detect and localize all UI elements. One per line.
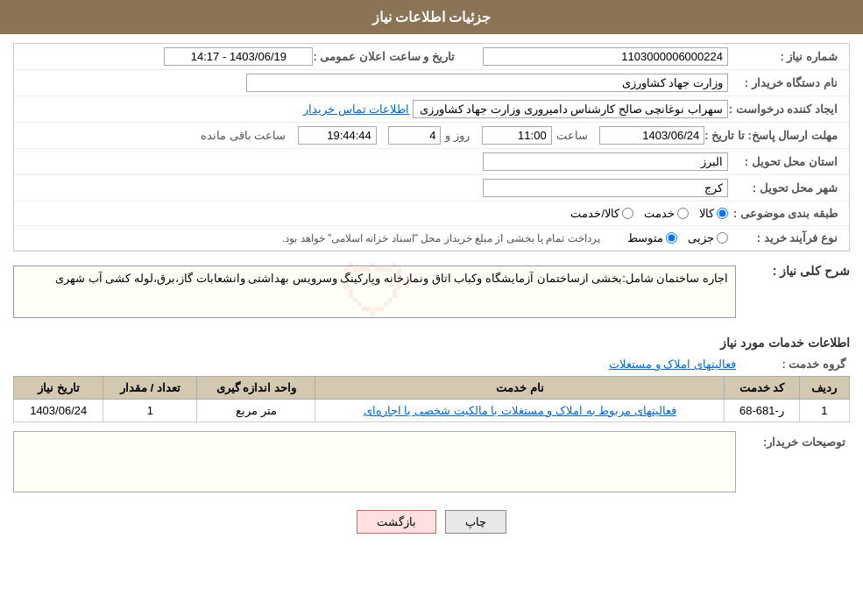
- deadline-days-input[interactable]: [388, 126, 441, 145]
- process-option-motavaset[interactable]: متوسط: [627, 231, 677, 244]
- creator-contact-link[interactable]: اطلاعات تماس خریدار: [303, 103, 409, 116]
- page-container: جزئیات اطلاعات نیاز شماره نیاز : تاریخ و…: [0, 0, 863, 616]
- service-group-row: گروه خدمت : فعالیتهای املاک و مستغلات: [13, 358, 850, 371]
- city-input[interactable]: [483, 179, 728, 197]
- services-table: ردیف کد خدمت نام خدمت واحد اندازه گیری ت…: [13, 376, 850, 422]
- col-service-code: کد خدمت: [725, 377, 800, 400]
- process-row: نوع فرآیند خرید : جزیی متوسط پرداخت تمام…: [14, 226, 849, 251]
- deadline-remain-input[interactable]: [298, 126, 377, 145]
- process-jozi-label: جزیی: [688, 231, 714, 244]
- need-number-input[interactable]: [483, 47, 728, 66]
- province-input[interactable]: [483, 152, 728, 171]
- cell-quantity: 1: [103, 400, 197, 422]
- process-label: نوع فرآیند خرید :: [728, 231, 842, 244]
- category-radio-khedmat[interactable]: [677, 208, 689, 219]
- announce-label: تاریخ و ساعت اعلان عمومی :: [313, 50, 458, 63]
- services-section-title: اطلاعات خدمات مورد نیاز: [13, 330, 850, 352]
- deadline-date-input[interactable]: [599, 126, 704, 145]
- creator-input[interactable]: [413, 100, 728, 118]
- description-box: اجاره ساختمان شامل:بخشی ازساختمان آزمایش…: [13, 266, 736, 318]
- description-text: اجاره ساختمان شامل:بخشی ازساختمان آزمایش…: [55, 272, 728, 285]
- category-kala-label: کالا: [699, 207, 714, 220]
- category-label: طبقه بندی موضوعی :: [728, 207, 842, 220]
- category-option-khedmat[interactable]: خدمت: [644, 207, 689, 220]
- process-note: پرداخت تمام یا بخشی از مبلغ خریداز محل "…: [282, 232, 600, 244]
- info-section: شماره نیاز : تاریخ و ساعت اعلان عمومی : …: [13, 43, 850, 251]
- category-row: طبقه بندی موضوعی : کالا خدمت کالا/خدمت: [14, 202, 849, 226]
- service-group-label: گروه خدمت :: [736, 358, 850, 371]
- table-row: 1 ر-681-68 فعالیتهای مربوط به املاک و مس…: [14, 400, 850, 422]
- announce-input[interactable]: [164, 47, 313, 66]
- col-quantity: تعداد / مقدار: [103, 377, 197, 400]
- back-button[interactable]: بازگشت: [357, 510, 436, 534]
- category-radio-kala-khedmat[interactable]: [622, 208, 633, 219]
- category-kala-khedmat-label: کالا/خدمت: [570, 207, 619, 220]
- col-service-name: نام خدمت: [315, 377, 725, 400]
- description-label: شرح کلی نیاز :: [736, 260, 850, 280]
- deadline-time-label: ساعت: [556, 129, 588, 142]
- org-name-input[interactable]: [246, 74, 728, 92]
- cell-unit: متر مربع: [197, 400, 315, 422]
- service-group-link[interactable]: فعالیتهای املاک و مستغلات: [609, 358, 736, 371]
- deadline-group: ساعت روز و ساعت باقی مانده: [21, 126, 704, 145]
- cell-row-num: 1: [799, 400, 849, 422]
- main-content: شماره نیاز : تاریخ و ساعت اعلان عمومی : …: [0, 34, 863, 553]
- watermark-icon: 🛡: [340, 251, 410, 332]
- cell-service-code: ر-681-68: [725, 400, 800, 422]
- province-row: استان محل تحویل :: [14, 149, 849, 175]
- col-unit: واحد اندازه گیری: [197, 377, 315, 400]
- col-need-date: تاریخ نیاز: [14, 377, 103, 400]
- process-option-jozi[interactable]: جزیی: [688, 231, 728, 244]
- process-radio-group: جزیی متوسط پرداخت تمام یا بخشی از مبلغ خ…: [282, 231, 728, 244]
- city-row: شهر محل تحویل :: [14, 175, 849, 202]
- need-number-label: شماره نیاز :: [728, 50, 842, 63]
- notes-label: توصیحات خریدار:: [736, 431, 850, 449]
- deadline-days-label: روز و: [445, 129, 470, 142]
- cell-service-name[interactable]: فعالیتهای مربوط به املاک و مستغلات با ما…: [315, 400, 725, 422]
- deadline-remain-label: ساعت باقی مانده: [201, 129, 286, 142]
- deadline-row: مهلت ارسال پاسخ: تا تاریخ : ساعت روز و س…: [14, 123, 849, 149]
- process-radio-jozi[interactable]: [717, 232, 728, 244]
- col-row-num: ردیف: [799, 377, 849, 400]
- creator-row: ایجاد کننده درخواست : اطلاعات تماس خریدا…: [14, 96, 849, 123]
- page-title: جزئیات اطلاعات نیاز: [372, 10, 492, 25]
- notes-section: توصیحات خریدار:: [13, 431, 850, 492]
- org-name-row: نام دستگاه خریدار :: [14, 70, 849, 96]
- province-label: استان محل تحویل :: [728, 155, 842, 168]
- city-label: شهر محل تحویل :: [728, 181, 842, 195]
- org-name-label: نام دستگاه خریدار :: [728, 76, 842, 89]
- notes-textarea[interactable]: [13, 431, 736, 492]
- print-button[interactable]: چاپ: [445, 510, 506, 534]
- page-header: جزئیات اطلاعات نیاز: [0, 0, 863, 34]
- category-option-kala-khedmat[interactable]: کالا/خدمت: [570, 207, 633, 220]
- category-option-kala[interactable]: کالا: [699, 207, 728, 220]
- process-radio-motavaset[interactable]: [666, 232, 677, 244]
- category-radio-group: کالا خدمت کالا/خدمت: [570, 207, 728, 220]
- creator-label: ایجاد کننده درخواست :: [728, 103, 842, 116]
- process-motavaset-label: متوسط: [627, 231, 663, 244]
- buttons-row: چاپ بازگشت: [13, 499, 850, 544]
- cell-need-date: 1403/06/24: [14, 400, 103, 422]
- need-number-row: شماره نیاز : تاریخ و ساعت اعلان عمومی :: [14, 44, 849, 70]
- deadline-label: مهلت ارسال پاسخ: تا تاریخ :: [704, 129, 842, 142]
- category-khedmat-label: خدمت: [644, 207, 675, 220]
- deadline-time-input[interactable]: [482, 126, 552, 145]
- category-radio-kala[interactable]: [717, 208, 728, 219]
- description-section: شرح کلی نیاز : اجاره ساختمان شامل:بخشی ا…: [13, 260, 850, 323]
